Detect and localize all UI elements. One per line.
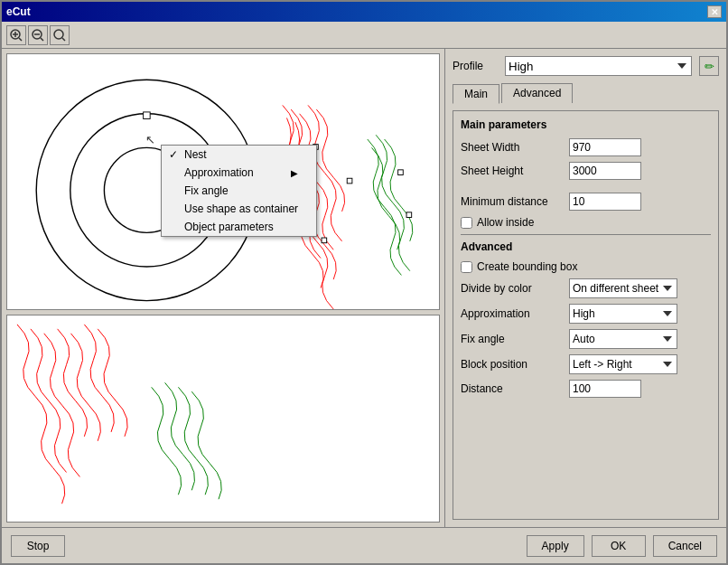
- menu-item-use-shape[interactable]: Use shape as container: [162, 200, 316, 218]
- approximation-row: Approximation High Medium Low: [461, 304, 711, 324]
- distance-input[interactable]: [569, 380, 641, 398]
- bounding-box-label: Create bounding box: [477, 260, 577, 273]
- divide-color-select[interactable]: On different sheets By layers None: [569, 278, 677, 298]
- ok-button[interactable]: OK: [592, 535, 646, 557]
- fix-angle-row: Fix angle Auto 0 90 180: [461, 329, 711, 349]
- edit-profile-button[interactable]: ✏: [699, 56, 719, 76]
- svg-line-5: [41, 38, 43, 41]
- min-distance-input[interactable]: [569, 193, 641, 211]
- arrow-icon: ▶: [291, 168, 298, 178]
- footer: Stop Apply OK Cancel: [2, 527, 726, 563]
- cancel-button[interactable]: Cancel: [653, 535, 717, 557]
- block-position-label: Block position: [461, 358, 569, 371]
- sheet-width-label: Sheet Width: [461, 141, 569, 154]
- divide-color-label: Divide by color: [461, 282, 569, 295]
- svg-text:↖: ↖: [145, 133, 155, 146]
- fix-angle-label: Fix angle: [461, 333, 569, 345]
- svg-rect-18: [398, 170, 404, 175]
- svg-rect-12: [144, 112, 151, 119]
- min-distance-label: Minimum distance: [461, 195, 569, 208]
- svg-rect-15: [347, 178, 352, 184]
- menu-item-object-params[interactable]: Object parameters: [162, 218, 316, 236]
- panel-box: Main parameters Sheet Width Sheet Height…: [453, 110, 719, 520]
- sheet-width-input[interactable]: [569, 138, 641, 156]
- allow-inside-checkbox[interactable]: [461, 217, 472, 229]
- distance-label: Distance: [461, 382, 569, 395]
- sheet-height-label: Sheet Height: [461, 165, 569, 177]
- context-menu: Nest Approximation ▶ Fix angle Use shape…: [161, 145, 317, 237]
- approximation-select[interactable]: High Medium Low: [569, 304, 677, 324]
- main-content: ↖: [2, 49, 726, 527]
- sheet-height-row: Sheet Height: [461, 162, 711, 180]
- svg-rect-17: [322, 238, 327, 243]
- apply-button[interactable]: Apply: [527, 535, 584, 557]
- allow-inside-label: Allow inside: [477, 216, 534, 229]
- canvas-area: ↖: [2, 49, 444, 527]
- profile-label: Profile: [453, 60, 498, 72]
- bounding-box-row: Create bounding box: [461, 260, 711, 273]
- block-position-row: Block position Left -> Right Right -> Le…: [461, 354, 711, 374]
- fix-angle-select[interactable]: Auto 0 90 180: [569, 329, 677, 349]
- sheet-height-input[interactable]: [569, 162, 641, 180]
- min-distance-row: Minimum distance: [461, 193, 711, 211]
- main-params-label: Main parameters: [461, 118, 711, 131]
- svg-rect-19: [406, 212, 412, 218]
- close-button[interactable]: ✕: [707, 5, 722, 18]
- bounding-box-checkbox[interactable]: [461, 261, 472, 273]
- footer-right-buttons: Apply OK Cancel: [527, 535, 717, 557]
- window-title: eCut: [6, 5, 31, 18]
- tab-advanced[interactable]: Advanced: [501, 83, 573, 103]
- sheet-width-row: Sheet Width: [461, 138, 711, 156]
- zoom-out-button[interactable]: [28, 25, 48, 45]
- divide-color-row: Divide by color On different sheets By l…: [461, 278, 711, 298]
- title-bar: eCut ✕: [2, 2, 726, 22]
- profile-row: Profile High Medium Low ✏: [453, 56, 719, 76]
- canvas-bottom[interactable]: [6, 315, 440, 523]
- svg-line-8: [62, 38, 65, 41]
- block-position-select[interactable]: Left -> Right Right -> Left Top -> Botto…: [569, 354, 677, 374]
- zoom-fit-button[interactable]: [50, 25, 70, 45]
- advanced-label: Advanced: [461, 240, 711, 253]
- menu-item-fix-angle[interactable]: Fix angle: [162, 182, 316, 200]
- right-panel: Profile High Medium Low ✏ Main Advanced …: [444, 49, 726, 527]
- profile-select[interactable]: High Medium Low: [505, 56, 692, 76]
- allow-inside-row: Allow inside: [461, 216, 711, 229]
- main-window: eCut ✕: [0, 0, 728, 565]
- canvas-top[interactable]: ↖: [6, 53, 440, 310]
- menu-item-nest[interactable]: Nest: [162, 146, 316, 164]
- menu-item-approximation[interactable]: Approximation ▶: [162, 164, 316, 182]
- svg-point-7: [54, 30, 63, 39]
- approximation-label: Approximation: [461, 307, 569, 320]
- tabs: Main Advanced: [453, 83, 719, 103]
- toolbar: [2, 22, 726, 49]
- stop-button[interactable]: Stop: [11, 535, 65, 557]
- distance-row: Distance: [461, 380, 711, 398]
- svg-line-1: [19, 38, 22, 41]
- zoom-in-button[interactable]: [6, 25, 26, 45]
- tab-main[interactable]: Main: [453, 84, 499, 104]
